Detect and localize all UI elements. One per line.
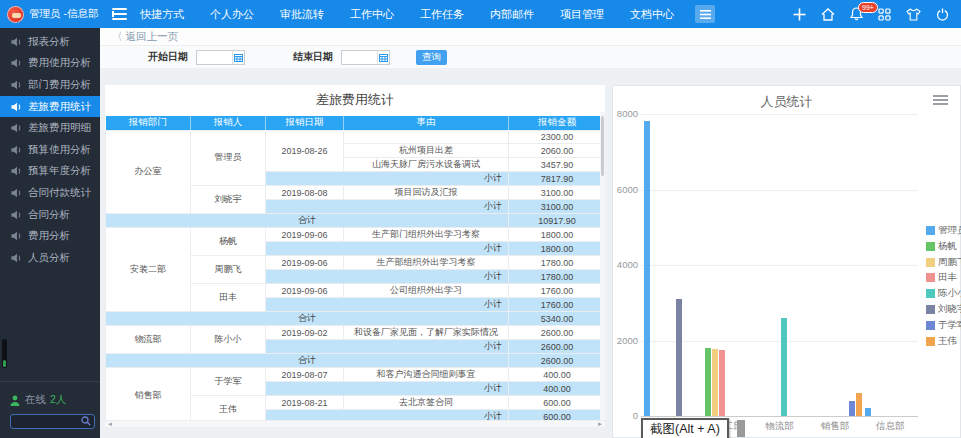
date-cell: 2019-09-06: [266, 284, 344, 298]
sidebar-toggle-icon[interactable]: [112, 8, 127, 20]
chart-bar[interactable]: [865, 408, 871, 416]
legend-item[interactable]: 管理员: [926, 224, 961, 237]
back-link[interactable]: 〈 返回上一页: [112, 30, 178, 44]
shirt-theme-icon[interactable]: [906, 8, 921, 21]
column-header: 报销部门: [106, 116, 191, 130]
nav-item-6[interactable]: 项目管理: [560, 7, 604, 22]
legend-item[interactable]: 陈小小: [926, 287, 961, 300]
table-header-row: 报销部门报销人报销日期事由报销金额: [106, 116, 606, 130]
amount-cell: 3457.90: [509, 158, 606, 172]
subtotal-amount: 3100.00: [509, 200, 606, 214]
subtotal-amount: 400.00: [509, 382, 606, 396]
breadcrumb: 〈 返回上一页: [100, 28, 961, 46]
chart-bar[interactable]: [719, 350, 725, 416]
sidebar-item-9[interactable]: 费用分析: [0, 225, 100, 247]
legend-item[interactable]: 王伟: [926, 335, 957, 348]
notification-badge: 99+: [858, 2, 878, 13]
sidebar-item-7[interactable]: 合同付款统计: [0, 182, 100, 204]
current-user[interactable]: 管理员 -信息部: [29, 7, 98, 21]
chart-bar[interactable]: [849, 401, 855, 416]
nav-item-3[interactable]: 工作中心: [350, 7, 394, 22]
y-axis-label: 6000: [613, 184, 638, 195]
expense-row: 销售部于学军2019-08-07和客户沟通合同细则事宜400.00: [106, 368, 606, 382]
subtotal-label: 小计: [266, 172, 509, 186]
table-title: 差旅费用统计: [105, 85, 605, 116]
sidebar-item-2[interactable]: 部门费用分析: [0, 74, 100, 96]
y-axis-label: 8000: [613, 108, 638, 119]
reason-cell: 公司组织外出学习: [344, 284, 509, 298]
chart-bar[interactable]: [705, 348, 711, 416]
legend-swatch: [926, 321, 935, 330]
person-cell: 刘晓宇: [191, 186, 266, 214]
home-icon[interactable]: [821, 8, 835, 21]
y-axis-label: 2000: [613, 335, 638, 346]
legend-item[interactable]: 周鹏飞: [926, 256, 961, 269]
apps-grid-icon[interactable]: [878, 8, 891, 21]
chart-bar[interactable]: [781, 318, 787, 416]
user-area[interactable]: 管理员 -信息部: [0, 6, 100, 23]
subtotal-label: 小计: [266, 382, 509, 396]
nav-item-2[interactable]: 审批流转: [280, 7, 324, 22]
legend-item[interactable]: 刘晓宇: [926, 303, 961, 316]
sidebar-item-5[interactable]: 预算使用分析: [0, 139, 100, 161]
nav-item-7[interactable]: 文档中心: [630, 7, 674, 22]
sidebar-search[interactable]: [10, 414, 95, 429]
reason-cell: 生产部门组织外出学习考察: [344, 228, 509, 242]
legend-item[interactable]: 于学军: [926, 319, 961, 332]
nav-item-1[interactable]: 个人办公: [210, 7, 254, 22]
expense-row: 安装二部杨帆2019-09-06生产部门组织外出学习考察1800.00: [106, 228, 606, 242]
chart-bar[interactable]: [712, 349, 718, 416]
plus-icon[interactable]: [793, 8, 806, 21]
total-row: 合计2600.00: [106, 354, 606, 368]
legend-swatch: [926, 258, 935, 267]
top-nav: 快捷方式个人办公审批流转工作中心工作任务内部邮件项目管理文档中心: [127, 7, 687, 22]
column-header: 报销金额: [509, 116, 606, 130]
legend-item[interactable]: 田丰: [926, 271, 957, 284]
total-amount: 5340.00: [509, 312, 606, 326]
y-axis-label: 4000: [613, 259, 638, 270]
sidebar-scrollbar[interactable]: [2, 339, 7, 368]
subtotal-amount: 2600.00: [509, 340, 606, 354]
sidebar-item-1[interactable]: 费用使用分析: [0, 53, 100, 75]
bar-chart: 02000400060008000办公室安装二部物流部销售部信息部: [613, 86, 960, 437]
expense-row: 物流部陈小小2019-09-02和设备厂家见面，了解厂家实际情况2600.00: [106, 326, 606, 340]
speaker-icon: [11, 145, 22, 155]
calendar-icon[interactable]: [377, 51, 389, 64]
legend-swatch: [926, 273, 935, 282]
person-cell: 陈小小: [191, 326, 266, 354]
sidebar-item-6[interactable]: 预算年度分析: [0, 161, 100, 183]
reason-cell: 和设备厂家见面，了解厂家实际情况: [344, 326, 509, 340]
scroll-right-icon[interactable]: ►: [597, 422, 603, 427]
scroll-left-icon[interactable]: ◄: [107, 422, 113, 427]
nav-item-5[interactable]: 内部邮件: [490, 7, 534, 22]
subtotal-label: 小计: [266, 242, 509, 256]
nav-item-4[interactable]: 工作任务: [420, 7, 464, 22]
x-axis-label: 信息部: [863, 420, 918, 433]
sidebar-item-3[interactable]: 差旅费用统计: [0, 96, 100, 118]
bell-icon[interactable]: 99+: [850, 7, 863, 21]
sidebar-item-8[interactable]: 合同分析: [0, 204, 100, 226]
chart-bar[interactable]: [644, 121, 650, 416]
amount-cell: 2600.00: [509, 326, 606, 340]
date-cell: 2019-09-02: [266, 326, 344, 340]
chart-bar[interactable]: [676, 299, 682, 416]
sidebar-item-4[interactable]: 差旅费用明细: [0, 117, 100, 139]
sidebar-item-10[interactable]: 人员分析: [0, 247, 100, 269]
subtotal-amount: 7817.90: [509, 172, 606, 186]
subtotal-label: 小计: [266, 298, 509, 312]
legend-item[interactable]: 杨帆: [926, 240, 957, 253]
sidebar-item-0[interactable]: 报表分析: [0, 31, 100, 53]
reason-cell: 生产部组织外出学习考察: [344, 256, 509, 270]
power-icon[interactable]: [936, 8, 949, 21]
calendar-icon[interactable]: [232, 51, 244, 64]
column-header: 事由: [344, 116, 509, 130]
search-icon[interactable]: [81, 416, 91, 426]
expense-table: 报销部门报销人报销日期事由报销金额办公室管理员2019-08-262300.00…: [105, 116, 605, 427]
chart-bar[interactable]: [856, 393, 862, 416]
query-button[interactable]: 查询: [416, 50, 447, 65]
speaker-icon: [11, 123, 22, 133]
nav-item-0[interactable]: 快捷方式: [140, 7, 184, 22]
table-horizontal-scrollbar[interactable]: ◄ ►: [105, 420, 605, 427]
table-vertical-scrollbar[interactable]: [600, 112, 605, 420]
active-tab-icon[interactable]: [695, 5, 715, 23]
